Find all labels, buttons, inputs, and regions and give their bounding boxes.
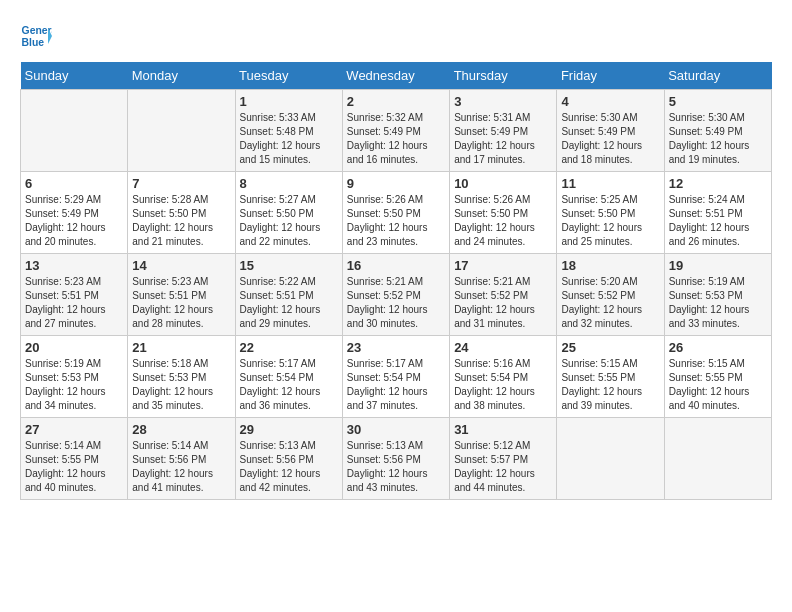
logo: General Blue <box>20 20 56 52</box>
weekday-header-tuesday: Tuesday <box>235 62 342 90</box>
calendar-cell <box>21 90 128 172</box>
calendar-cell: 15Sunrise: 5:22 AM Sunset: 5:51 PM Dayli… <box>235 254 342 336</box>
calendar-cell: 4Sunrise: 5:30 AM Sunset: 5:49 PM Daylig… <box>557 90 664 172</box>
calendar-cell: 3Sunrise: 5:31 AM Sunset: 5:49 PM Daylig… <box>450 90 557 172</box>
day-number: 27 <box>25 422 123 437</box>
calendar-week-4: 20Sunrise: 5:19 AM Sunset: 5:53 PM Dayli… <box>21 336 772 418</box>
calendar-cell: 14Sunrise: 5:23 AM Sunset: 5:51 PM Dayli… <box>128 254 235 336</box>
day-number: 18 <box>561 258 659 273</box>
calendar-cell: 9Sunrise: 5:26 AM Sunset: 5:50 PM Daylig… <box>342 172 449 254</box>
weekday-header-sunday: Sunday <box>21 62 128 90</box>
weekday-header-friday: Friday <box>557 62 664 90</box>
day-info: Sunrise: 5:32 AM Sunset: 5:49 PM Dayligh… <box>347 111 445 167</box>
weekday-header-thursday: Thursday <box>450 62 557 90</box>
calendar-cell: 28Sunrise: 5:14 AM Sunset: 5:56 PM Dayli… <box>128 418 235 500</box>
day-number: 12 <box>669 176 767 191</box>
day-info: Sunrise: 5:15 AM Sunset: 5:55 PM Dayligh… <box>669 357 767 413</box>
calendar-cell: 13Sunrise: 5:23 AM Sunset: 5:51 PM Dayli… <box>21 254 128 336</box>
day-number: 21 <box>132 340 230 355</box>
day-info: Sunrise: 5:33 AM Sunset: 5:48 PM Dayligh… <box>240 111 338 167</box>
day-number: 30 <box>347 422 445 437</box>
calendar-cell: 21Sunrise: 5:18 AM Sunset: 5:53 PM Dayli… <box>128 336 235 418</box>
day-info: Sunrise: 5:19 AM Sunset: 5:53 PM Dayligh… <box>669 275 767 331</box>
calendar-cell: 24Sunrise: 5:16 AM Sunset: 5:54 PM Dayli… <box>450 336 557 418</box>
day-number: 22 <box>240 340 338 355</box>
calendar-header-row: SundayMondayTuesdayWednesdayThursdayFrid… <box>21 62 772 90</box>
day-number: 19 <box>669 258 767 273</box>
day-info: Sunrise: 5:13 AM Sunset: 5:56 PM Dayligh… <box>240 439 338 495</box>
day-number: 8 <box>240 176 338 191</box>
svg-text:General: General <box>22 25 52 36</box>
calendar-week-1: 1Sunrise: 5:33 AM Sunset: 5:48 PM Daylig… <box>21 90 772 172</box>
day-info: Sunrise: 5:16 AM Sunset: 5:54 PM Dayligh… <box>454 357 552 413</box>
page-header: General Blue <box>20 20 772 52</box>
day-info: Sunrise: 5:26 AM Sunset: 5:50 PM Dayligh… <box>347 193 445 249</box>
day-number: 24 <box>454 340 552 355</box>
day-number: 9 <box>347 176 445 191</box>
day-info: Sunrise: 5:23 AM Sunset: 5:51 PM Dayligh… <box>132 275 230 331</box>
day-number: 20 <box>25 340 123 355</box>
day-number: 14 <box>132 258 230 273</box>
calendar-cell <box>664 418 771 500</box>
day-info: Sunrise: 5:30 AM Sunset: 5:49 PM Dayligh… <box>561 111 659 167</box>
day-number: 11 <box>561 176 659 191</box>
calendar-cell: 17Sunrise: 5:21 AM Sunset: 5:52 PM Dayli… <box>450 254 557 336</box>
calendar-week-3: 13Sunrise: 5:23 AM Sunset: 5:51 PM Dayli… <box>21 254 772 336</box>
calendar-week-2: 6Sunrise: 5:29 AM Sunset: 5:49 PM Daylig… <box>21 172 772 254</box>
weekday-header-monday: Monday <box>128 62 235 90</box>
calendar-cell: 26Sunrise: 5:15 AM Sunset: 5:55 PM Dayli… <box>664 336 771 418</box>
day-info: Sunrise: 5:17 AM Sunset: 5:54 PM Dayligh… <box>240 357 338 413</box>
day-info: Sunrise: 5:24 AM Sunset: 5:51 PM Dayligh… <box>669 193 767 249</box>
day-number: 26 <box>669 340 767 355</box>
day-info: Sunrise: 5:26 AM Sunset: 5:50 PM Dayligh… <box>454 193 552 249</box>
day-number: 16 <box>347 258 445 273</box>
logo-icon: General Blue <box>20 20 52 52</box>
calendar-cell: 8Sunrise: 5:27 AM Sunset: 5:50 PM Daylig… <box>235 172 342 254</box>
day-info: Sunrise: 5:19 AM Sunset: 5:53 PM Dayligh… <box>25 357 123 413</box>
weekday-header-wednesday: Wednesday <box>342 62 449 90</box>
day-number: 15 <box>240 258 338 273</box>
day-number: 29 <box>240 422 338 437</box>
day-info: Sunrise: 5:21 AM Sunset: 5:52 PM Dayligh… <box>454 275 552 331</box>
day-number: 25 <box>561 340 659 355</box>
calendar-cell <box>128 90 235 172</box>
day-number: 3 <box>454 94 552 109</box>
calendar-cell: 16Sunrise: 5:21 AM Sunset: 5:52 PM Dayli… <box>342 254 449 336</box>
day-number: 4 <box>561 94 659 109</box>
day-info: Sunrise: 5:15 AM Sunset: 5:55 PM Dayligh… <box>561 357 659 413</box>
day-info: Sunrise: 5:31 AM Sunset: 5:49 PM Dayligh… <box>454 111 552 167</box>
calendar-cell: 7Sunrise: 5:28 AM Sunset: 5:50 PM Daylig… <box>128 172 235 254</box>
calendar-cell: 5Sunrise: 5:30 AM Sunset: 5:49 PM Daylig… <box>664 90 771 172</box>
day-info: Sunrise: 5:29 AM Sunset: 5:49 PM Dayligh… <box>25 193 123 249</box>
calendar-cell: 18Sunrise: 5:20 AM Sunset: 5:52 PM Dayli… <box>557 254 664 336</box>
svg-text:Blue: Blue <box>22 37 45 48</box>
day-info: Sunrise: 5:18 AM Sunset: 5:53 PM Dayligh… <box>132 357 230 413</box>
day-info: Sunrise: 5:14 AM Sunset: 5:55 PM Dayligh… <box>25 439 123 495</box>
day-number: 31 <box>454 422 552 437</box>
weekday-header-saturday: Saturday <box>664 62 771 90</box>
calendar-cell: 10Sunrise: 5:26 AM Sunset: 5:50 PM Dayli… <box>450 172 557 254</box>
calendar-cell: 23Sunrise: 5:17 AM Sunset: 5:54 PM Dayli… <box>342 336 449 418</box>
day-number: 2 <box>347 94 445 109</box>
day-number: 23 <box>347 340 445 355</box>
calendar-table: SundayMondayTuesdayWednesdayThursdayFrid… <box>20 62 772 500</box>
calendar-cell: 6Sunrise: 5:29 AM Sunset: 5:49 PM Daylig… <box>21 172 128 254</box>
calendar-cell: 20Sunrise: 5:19 AM Sunset: 5:53 PM Dayli… <box>21 336 128 418</box>
calendar-cell: 25Sunrise: 5:15 AM Sunset: 5:55 PM Dayli… <box>557 336 664 418</box>
day-info: Sunrise: 5:20 AM Sunset: 5:52 PM Dayligh… <box>561 275 659 331</box>
day-number: 1 <box>240 94 338 109</box>
calendar-cell: 1Sunrise: 5:33 AM Sunset: 5:48 PM Daylig… <box>235 90 342 172</box>
calendar-cell: 11Sunrise: 5:25 AM Sunset: 5:50 PM Dayli… <box>557 172 664 254</box>
day-number: 17 <box>454 258 552 273</box>
day-info: Sunrise: 5:23 AM Sunset: 5:51 PM Dayligh… <box>25 275 123 331</box>
calendar-cell: 12Sunrise: 5:24 AM Sunset: 5:51 PM Dayli… <box>664 172 771 254</box>
day-info: Sunrise: 5:13 AM Sunset: 5:56 PM Dayligh… <box>347 439 445 495</box>
day-number: 28 <box>132 422 230 437</box>
day-info: Sunrise: 5:30 AM Sunset: 5:49 PM Dayligh… <box>669 111 767 167</box>
calendar-week-5: 27Sunrise: 5:14 AM Sunset: 5:55 PM Dayli… <box>21 418 772 500</box>
day-info: Sunrise: 5:14 AM Sunset: 5:56 PM Dayligh… <box>132 439 230 495</box>
day-info: Sunrise: 5:17 AM Sunset: 5:54 PM Dayligh… <box>347 357 445 413</box>
day-info: Sunrise: 5:27 AM Sunset: 5:50 PM Dayligh… <box>240 193 338 249</box>
day-number: 6 <box>25 176 123 191</box>
day-number: 7 <box>132 176 230 191</box>
